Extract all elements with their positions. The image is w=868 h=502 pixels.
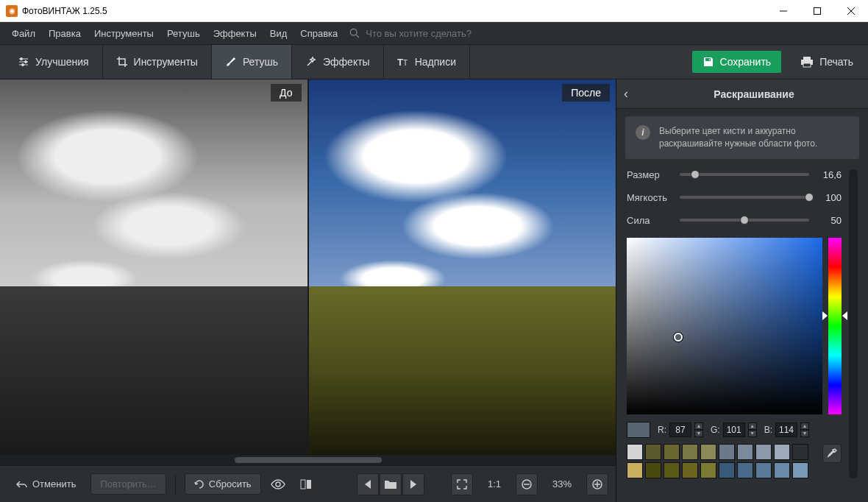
tab-label: Надписи (415, 56, 456, 68)
before-label: До (271, 84, 301, 102)
titlebar: ◉ ФотоВИНТАЖ 1.25.5 (0, 0, 868, 22)
print-icon (800, 56, 814, 68)
palette-swatch[interactable] (664, 462, 680, 478)
svg-text:T: T (403, 59, 408, 67)
palette-swatch[interactable] (737, 444, 753, 460)
svg-rect-1 (814, 7, 821, 14)
compare-toggle[interactable] (295, 473, 317, 495)
svg-point-11 (22, 64, 24, 66)
menu-edit[interactable]: Правка (43, 25, 87, 42)
menu-file[interactable]: Файл (6, 25, 41, 42)
sliders-icon (18, 56, 29, 68)
viewer-canvas[interactable]: До После (0, 79, 616, 455)
palette-swatch[interactable] (774, 444, 790, 460)
r-up[interactable]: ▲ (694, 423, 703, 430)
svg-point-4 (351, 29, 357, 35)
menu-help[interactable]: Справка (294, 25, 344, 42)
preview-toggle[interactable] (267, 473, 289, 495)
tab-enhance[interactable]: Улучшения (4, 45, 103, 79)
softness-slider[interactable]: Мягкость 100 (627, 192, 842, 203)
viewer: До После Отменить Повторить… (0, 79, 616, 502)
tab-effects[interactable]: Эффекты (292, 45, 384, 79)
app-icon: ◉ (6, 5, 18, 17)
back-button[interactable]: ‹ (624, 86, 641, 102)
palette-swatch[interactable] (664, 444, 680, 460)
eyedropper-button[interactable] (822, 444, 842, 463)
menu-retouch[interactable]: Ретушь (161, 25, 206, 42)
g-input[interactable]: 101 (723, 423, 745, 437)
text-icon: TT (397, 56, 409, 68)
svg-rect-14 (803, 57, 811, 60)
wand-icon (305, 56, 317, 68)
hint-text: Выберите цвет кисти и аккуратно раскраши… (659, 125, 849, 150)
color-saturation-value[interactable] (627, 238, 822, 414)
close-button[interactable] (834, 0, 868, 22)
panel-header: ‹ Раскрашивание (616, 79, 868, 109)
palette-swatch[interactable] (645, 462, 661, 478)
actual-size-button[interactable]: 1:1 (479, 474, 510, 494)
reset-button[interactable]: Сбросить (185, 473, 261, 495)
color-hue-slider[interactable] (828, 238, 842, 414)
palette-swatch[interactable] (792, 462, 808, 478)
r-down[interactable]: ▼ (694, 430, 703, 437)
svg-text:T: T (397, 57, 403, 68)
app-title: ФотоВИНТАЖ 1.25.5 (22, 6, 766, 16)
current-color-swatch (627, 422, 650, 438)
r-input[interactable]: 87 (669, 423, 691, 437)
palette-swatch[interactable] (737, 462, 753, 478)
palette-swatch[interactable] (700, 444, 716, 460)
palette-swatch[interactable] (682, 462, 698, 478)
palette-swatch[interactable] (792, 444, 808, 460)
maximize-button[interactable] (800, 0, 834, 22)
tabbar: Улучшения Инструменты Ретушь Эффекты TT … (0, 44, 868, 79)
zoom-out-button[interactable] (516, 473, 538, 495)
menu-view[interactable]: Вид (264, 25, 294, 42)
search-input[interactable] (361, 25, 862, 42)
color-palette (627, 444, 808, 478)
palette-swatch[interactable] (627, 444, 643, 460)
strength-slider[interactable]: Сила 50 (627, 215, 842, 226)
prev-button[interactable] (357, 473, 379, 495)
b-up[interactable]: ▲ (800, 423, 809, 430)
palette-swatch[interactable] (719, 444, 735, 460)
redo-button[interactable]: Повторить… (90, 473, 166, 495)
save-button[interactable]: Сохранить (692, 51, 782, 73)
horizontal-scrollbar[interactable] (0, 455, 616, 465)
save-label: Сохранить (720, 56, 772, 68)
rgb-inputs: R: 87 ▲▼ G: 101 ▲▼ B: 114 ▲▼ (627, 422, 842, 438)
palette-swatch[interactable] (719, 462, 735, 478)
b-input[interactable]: 114 (775, 423, 797, 437)
palette-swatch[interactable] (774, 462, 790, 478)
menu-effects[interactable]: Эффекты (207, 25, 263, 42)
svg-point-10 (25, 61, 27, 63)
minimize-button[interactable] (766, 0, 800, 22)
tab-retouch[interactable]: Ретушь (212, 45, 292, 79)
brush-icon (225, 56, 237, 68)
tab-tools[interactable]: Инструменты (103, 45, 212, 79)
palette-swatch[interactable] (645, 444, 661, 460)
panel-hint: i Выберите цвет кисти и аккуратно раскра… (625, 116, 859, 159)
b-down[interactable]: ▼ (800, 430, 809, 437)
g-up[interactable]: ▲ (748, 423, 757, 430)
palette-swatch[interactable] (755, 444, 772, 460)
panel-scrollbar[interactable] (849, 169, 858, 478)
palette-swatch[interactable] (700, 462, 716, 478)
open-folder-button[interactable] (380, 473, 402, 495)
menu-tools[interactable]: Инструменты (88, 25, 160, 42)
undo-button[interactable]: Отменить (7, 474, 85, 494)
g-down[interactable]: ▼ (748, 430, 757, 437)
palette-swatch[interactable] (627, 462, 643, 478)
size-slider[interactable]: Размер 16,6 (627, 169, 842, 180)
svg-rect-19 (307, 480, 311, 489)
fit-screen-button[interactable] (451, 473, 473, 495)
zoom-in-button[interactable] (586, 473, 608, 495)
undo-label: Отменить (32, 478, 76, 489)
after-label: После (562, 84, 610, 102)
tab-text[interactable]: TT Надписи (384, 45, 470, 79)
next-button[interactable] (402, 473, 424, 495)
palette-swatch[interactable] (682, 444, 698, 460)
viewer-toolbar: Отменить Повторить… Сбросить 1:1 33% (0, 465, 616, 502)
zoom-value[interactable]: 33% (544, 478, 580, 489)
palette-swatch[interactable] (755, 462, 772, 478)
print-button[interactable]: Печать (790, 51, 864, 73)
